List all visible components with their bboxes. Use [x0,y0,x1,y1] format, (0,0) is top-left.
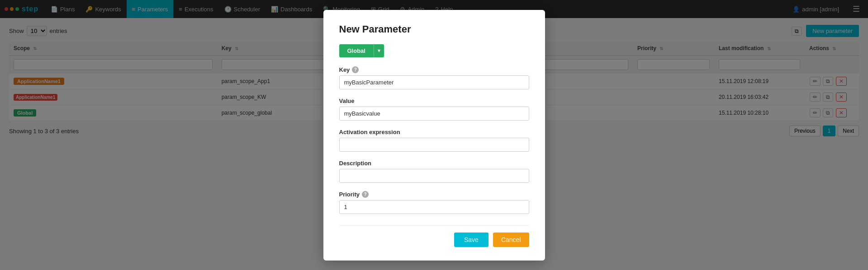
value-input[interactable] [339,107,529,121]
value-label: Value [339,98,529,104]
activation-label: Activation expression [339,129,529,135]
scope-dropdown-button[interactable]: ▾ [374,44,384,57]
modal-title: New Parameter [339,23,529,35]
scope-selector: Global ▾ [339,44,529,57]
key-help-icon[interactable]: ? [352,66,359,73]
value-field-group: Value [339,98,529,121]
activation-input[interactable] [339,138,529,144]
scope-dropdown-icon: ▾ [378,47,380,54]
activation-field-group: Activation expression [339,129,529,144]
new-parameter-modal: New Parameter Global ▾ Key ? Value Activ… [323,10,545,144]
modal-overlay[interactable]: New Parameter Global ▾ Key ? Value Activ… [0,0,868,143]
key-label: Key ? [339,66,529,73]
key-field-group: Key ? [339,66,529,89]
scope-global-button[interactable]: Global [339,44,374,57]
key-input[interactable] [339,75,529,89]
